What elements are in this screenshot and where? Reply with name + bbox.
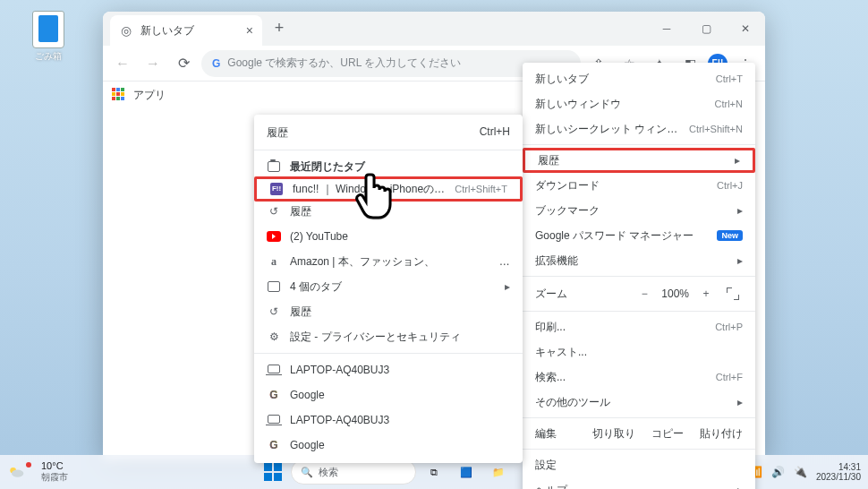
- window-minimize-button[interactable]: ─: [647, 12, 686, 46]
- laptop-icon: [268, 365, 280, 373]
- window-close-button[interactable]: ✕: [726, 12, 765, 46]
- func-favicon-icon: F!!: [270, 183, 283, 195]
- tray-volume-icon[interactable]: 🔊: [771, 466, 785, 478]
- recycle-bin[interactable]: ごみ箱: [21, 11, 75, 63]
- history-item-history[interactable]: ↺ 履歴: [254, 199, 523, 224]
- device-laptop-1[interactable]: LAPTOP-AQ40BUJ3: [254, 357, 523, 382]
- tab-close-icon[interactable]: ×: [246, 23, 253, 38]
- menu-downloads[interactable]: ダウンロードCtrl+J: [523, 173, 755, 198]
- chevron-right-icon: ▸: [737, 396, 743, 408]
- menu-zoom-row: ズーム − 100% +: [523, 279, 755, 308]
- weather-notification-dot: [26, 462, 31, 468]
- svg-rect-4: [264, 473, 272, 481]
- chevron-right-icon: ▸: [737, 484, 743, 489]
- zoom-in-button[interactable]: +: [696, 284, 716, 304]
- edit-cut[interactable]: 切り取り: [592, 426, 635, 442]
- tab-icon: [268, 281, 280, 292]
- apps-grid-icon[interactable]: [112, 88, 126, 102]
- menu-new-window[interactable]: 新しいウィンドウCtrl+N: [523, 91, 755, 116]
- google-g-icon: G: [267, 438, 281, 452]
- search-icon: 🔍: [301, 467, 313, 478]
- reload-button[interactable]: ⟳: [171, 51, 196, 76]
- svg-point-1: [12, 470, 23, 477]
- youtube-icon: [267, 231, 281, 242]
- menu-history[interactable]: 履歴▸: [523, 148, 755, 173]
- windows-logo-icon: [264, 463, 282, 481]
- window-maximize-button[interactable]: ▢: [686, 12, 726, 46]
- gear-icon: ⚙: [267, 330, 281, 344]
- google-g-icon: G: [267, 388, 281, 402]
- tab-strip: ◎ 新しいタブ × + ─ ▢ ✕: [103, 12, 765, 46]
- taskbar-weather-widget[interactable]: 10°C 朝霞市: [7, 460, 68, 484]
- device-item-google-2[interactable]: G Google: [254, 433, 523, 458]
- menu-settings[interactable]: 設定: [523, 452, 755, 477]
- edit-copy[interactable]: コピー: [651, 426, 684, 442]
- zoom-out-button[interactable]: −: [634, 284, 654, 304]
- active-tab[interactable]: ◎ 新しいタブ ×: [110, 15, 262, 46]
- menu-edit-row: 編集 切り取り コピー 貼り付け: [523, 421, 755, 446]
- history-item-amazon[interactable]: a Amazon | 本、ファッション、 で | アマゾン: [254, 249, 523, 274]
- weather-temp: 10°C: [41, 460, 68, 471]
- history-clock-icon: ↺: [267, 204, 281, 219]
- svg-rect-2: [264, 463, 272, 471]
- chrome-main-menu: 新しいタブCtrl+T 新しいウィンドウCtrl+N 新しいシークレット ウィン…: [523, 63, 755, 489]
- laptop-icon: [268, 415, 280, 424]
- recently-closed-header[interactable]: 最近閉じたタブ: [254, 154, 523, 179]
- history-submenu: 履歴 Ctrl+H 最近閉じたタブ F!! func!! ｜ Windows・i…: [254, 115, 523, 463]
- zoom-value: 100%: [661, 287, 689, 300]
- new-tab-button[interactable]: +: [268, 17, 291, 40]
- tray-battery-icon[interactable]: 🔌: [794, 466, 807, 478]
- history-item-history2[interactable]: ↺ 履歴: [254, 299, 523, 324]
- weather-cloudy-icon: [7, 463, 25, 481]
- recycle-bin-icon: [32, 11, 64, 48]
- device-laptop-2[interactable]: LAPTOP-AQ40BUJ3: [254, 408, 523, 433]
- history-item-youtube[interactable]: (2) YouTube: [254, 224, 523, 249]
- fullscreen-button[interactable]: [723, 284, 743, 304]
- recycle-bin-label: ごみ箱: [35, 51, 62, 61]
- svg-rect-5: [274, 473, 282, 481]
- apps-label[interactable]: アプリ: [133, 88, 166, 103]
- device-item-google-1[interactable]: G Google: [254, 382, 523, 408]
- svg-rect-3: [274, 463, 282, 471]
- chevron-right-icon: ▸: [737, 204, 743, 217]
- fullscreen-icon: [727, 287, 739, 300]
- menu-new-tab[interactable]: 新しいタブCtrl+T: [523, 66, 755, 91]
- menu-extensions[interactable]: 拡張機能▸: [523, 248, 755, 273]
- menu-incognito[interactable]: 新しいシークレット ウィンドウCtrl+Shift+N: [523, 116, 755, 142]
- taskbar-clock[interactable]: 14:31 2023/11/30: [816, 462, 861, 482]
- weather-location: 朝霞市: [41, 471, 68, 484]
- menu-more-tools[interactable]: その他のツール▸: [523, 390, 755, 415]
- history-clock-icon: ↺: [267, 305, 281, 319]
- recent-icon: [268, 161, 280, 172]
- menu-passwords[interactable]: Google パスワード マネージャーNew: [523, 223, 755, 248]
- menu-bookmarks[interactable]: ブックマーク▸: [523, 198, 755, 223]
- menu-cast[interactable]: キャスト...: [523, 339, 755, 365]
- chevron-right-icon: ▸: [735, 154, 740, 167]
- amazon-icon: a: [267, 254, 281, 269]
- taskbar-search[interactable]: 🔍 検索: [291, 459, 416, 485]
- menu-print[interactable]: 印刷...Ctrl+P: [523, 314, 755, 339]
- tab-title: 新しいタブ: [140, 23, 194, 39]
- history-item-4tabs[interactable]: 4 個のタブ ▸: [254, 274, 523, 299]
- submenu-title: 履歴: [267, 125, 288, 141]
- new-badge: New: [717, 230, 743, 241]
- submenu-title-shortcut: Ctrl+H: [480, 125, 510, 141]
- search-placeholder: 検索: [319, 466, 338, 479]
- back-button: ←: [110, 51, 135, 76]
- menu-find[interactable]: 検索...Ctrl+F: [523, 365, 755, 390]
- menu-help[interactable]: ヘルプ▸: [523, 477, 755, 489]
- history-item-func[interactable]: F!! func!! ｜ Windows・iPhoneの使い方や情報を発信 Ct…: [254, 176, 523, 202]
- chevron-right-icon: ▸: [505, 280, 510, 293]
- forward-button: →: [140, 51, 166, 76]
- chevron-right-icon: ▸: [737, 254, 743, 267]
- edit-paste[interactable]: 貼り付け: [700, 426, 743, 442]
- google-g-icon: G: [212, 57, 220, 70]
- history-item-settings[interactable]: ⚙ 設定 - プライバシーとセキュリティ: [254, 324, 523, 349]
- task-view-icon: ⧉: [430, 467, 438, 478]
- tab-favicon-globe-icon: ◎: [119, 23, 133, 38]
- omnibox-placeholder: Google で検索するか、URL を入力してください: [227, 56, 461, 71]
